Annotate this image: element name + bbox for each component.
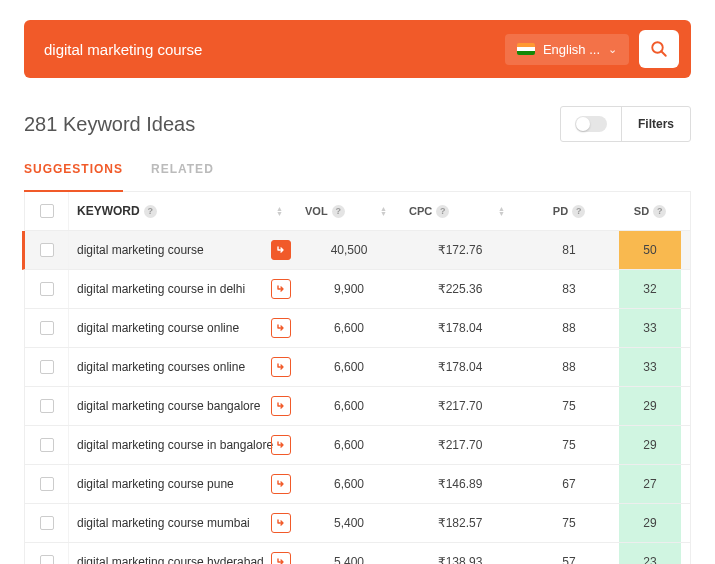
ideas-count-title: 281 Keyword Ideas [24, 113, 195, 136]
arrow-return-icon [275, 478, 287, 490]
arrow-return-icon [275, 556, 287, 564]
table-row[interactable]: digital marketing course hyderabad 5,400… [25, 543, 690, 564]
row-checkbox[interactable] [40, 477, 54, 491]
row-checkbox[interactable] [40, 399, 54, 413]
help-icon[interactable]: ? [653, 205, 666, 218]
expand-button[interactable] [271, 513, 291, 533]
help-icon[interactable]: ? [572, 205, 585, 218]
table-header: Keyword?▲▼ Vol?▲▼ CPC?▲▼ PD? SD? [25, 192, 690, 231]
expand-button[interactable] [271, 318, 291, 338]
help-icon[interactable]: ? [144, 205, 157, 218]
expand-button[interactable] [271, 552, 291, 564]
keyword-text: digital marketing course mumbai [77, 516, 250, 530]
pd-value: 75 [562, 399, 575, 413]
vol-value: 6,600 [334, 360, 364, 374]
arrow-return-icon [275, 439, 287, 451]
language-label: English ... [543, 42, 600, 57]
expand-button[interactable] [271, 435, 291, 455]
row-checkbox[interactable] [40, 438, 54, 452]
sd-value: 50 [643, 243, 656, 257]
table-row[interactable]: digital marketing courses online 6,600 ₹… [25, 348, 690, 387]
col-sd[interactable]: SD [634, 205, 649, 217]
tab-related[interactable]: Related [151, 154, 214, 191]
expand-button[interactable] [271, 240, 291, 260]
cpc-value: ₹172.76 [438, 243, 483, 257]
vol-value: 5,400 [334, 555, 364, 564]
expand-button[interactable] [271, 357, 291, 377]
keyword-text: digital marketing courses online [77, 360, 245, 374]
cpc-value: ₹138.93 [438, 555, 483, 564]
expand-button[interactable] [271, 279, 291, 299]
table-row[interactable]: digital marketing course pune 6,600 ₹146… [25, 465, 690, 504]
keywords-table: Keyword?▲▼ Vol?▲▼ CPC?▲▼ PD? SD? digital… [24, 192, 691, 564]
pd-value: 75 [562, 516, 575, 530]
cpc-value: ₹178.04 [438, 321, 483, 335]
arrow-return-icon [275, 400, 287, 412]
row-checkbox[interactable] [40, 360, 54, 374]
search-button[interactable] [639, 30, 679, 68]
row-checkbox[interactable] [40, 282, 54, 296]
help-icon[interactable]: ? [332, 205, 345, 218]
keyword-text: digital marketing course in bangalore [77, 438, 273, 452]
expand-button[interactable] [271, 396, 291, 416]
search-icon [650, 40, 668, 58]
col-vol[interactable]: Vol [305, 205, 328, 217]
sd-value: 33 [643, 360, 656, 374]
row-checkbox[interactable] [40, 516, 54, 530]
sd-value: 29 [643, 516, 656, 530]
sd-value: 27 [643, 477, 656, 491]
controls-group: Filters [560, 106, 691, 142]
keyword-text: digital marketing course pune [77, 477, 234, 491]
language-selector[interactable]: English ... ⌄ [505, 34, 629, 65]
table-row[interactable]: digital marketing course online 6,600 ₹1… [25, 309, 690, 348]
table-row[interactable]: digital marketing course mumbai 5,400 ₹1… [25, 504, 690, 543]
sd-value: 29 [643, 438, 656, 452]
row-checkbox[interactable] [40, 243, 54, 257]
vol-value: 6,600 [334, 321, 364, 335]
arrow-return-icon [275, 361, 287, 373]
select-all-checkbox[interactable] [40, 204, 54, 218]
view-toggle[interactable] [575, 116, 607, 132]
pd-value: 75 [562, 438, 575, 452]
row-checkbox[interactable] [40, 555, 54, 564]
keyword-text: digital marketing course in delhi [77, 282, 245, 296]
cpc-value: ₹217.70 [438, 438, 483, 452]
vol-value: 6,600 [334, 438, 364, 452]
expand-button[interactable] [271, 474, 291, 494]
tabs-nav: Suggestions Related [24, 154, 691, 192]
search-input[interactable] [36, 35, 495, 64]
table-row[interactable]: digital marketing course bangalore 6,600… [25, 387, 690, 426]
sd-value: 33 [643, 321, 656, 335]
cpc-value: ₹217.70 [438, 399, 483, 413]
keyword-text: digital marketing course [77, 243, 204, 257]
vol-value: 5,400 [334, 516, 364, 530]
keyword-text: digital marketing course online [77, 321, 239, 335]
keyword-text: digital marketing course bangalore [77, 399, 260, 413]
sort-icon[interactable]: ▲▼ [380, 206, 393, 216]
search-bar: English ... ⌄ [24, 20, 691, 78]
tab-suggestions[interactable]: Suggestions [24, 154, 123, 192]
sort-icon[interactable]: ▲▼ [276, 206, 289, 216]
col-cpc[interactable]: CPC [409, 205, 432, 217]
cpc-value: ₹225.36 [438, 282, 483, 296]
arrow-return-icon [275, 517, 287, 529]
vol-value: 40,500 [331, 243, 368, 257]
vol-value: 6,600 [334, 477, 364, 491]
arrow-return-icon [275, 244, 287, 256]
help-icon[interactable]: ? [436, 205, 449, 218]
table-row[interactable]: digital marketing course in bangalore 6,… [25, 426, 690, 465]
row-checkbox[interactable] [40, 321, 54, 335]
pd-value: 67 [562, 477, 575, 491]
table-row[interactable]: digital marketing course 40,500 ₹172.76 … [22, 231, 690, 270]
sort-icon[interactable]: ▲▼ [498, 206, 511, 216]
sd-value: 32 [643, 282, 656, 296]
cpc-value: ₹146.89 [438, 477, 483, 491]
table-row[interactable]: digital marketing course in delhi 9,900 … [25, 270, 690, 309]
pd-value: 83 [562, 282, 575, 296]
col-keyword[interactable]: Keyword [77, 204, 140, 218]
vol-value: 9,900 [334, 282, 364, 296]
pd-value: 88 [562, 321, 575, 335]
pd-value: 57 [562, 555, 575, 564]
filters-button[interactable]: Filters [621, 107, 690, 141]
col-pd[interactable]: PD [553, 205, 568, 217]
